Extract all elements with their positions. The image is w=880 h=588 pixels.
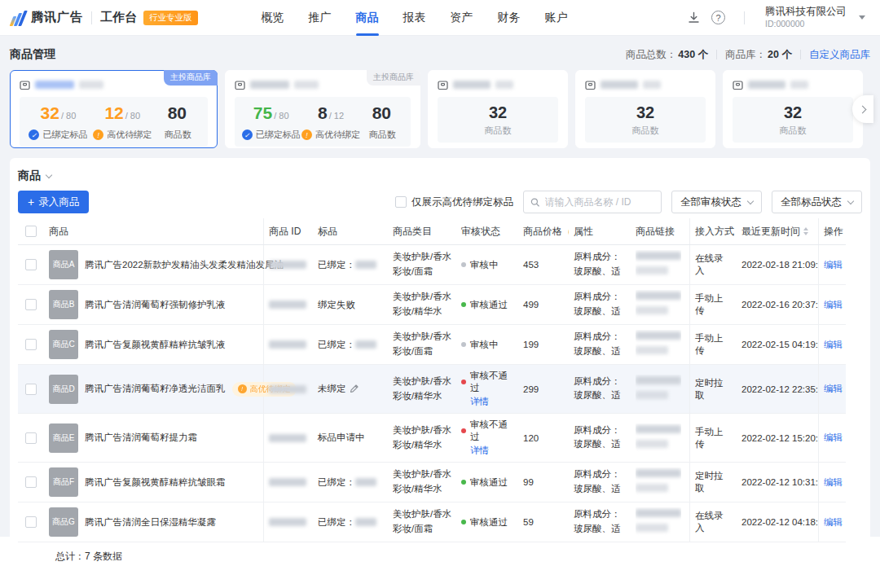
stat-hot: 8/ 12 !高优待绑定 [301,103,360,141]
nav-item-财务[interactable]: 财务 [498,0,521,36]
col-updated-time[interactable]: 最近更新时间 [737,218,818,244]
sku-bound: 已绑定： [318,476,376,489]
detail-link[interactable]: 详情 [470,445,489,455]
custom-library-link[interactable]: 自定义商品库 [809,48,870,62]
library-card-stats: 32/ 80 ✓已绑定标品 12/ 80 !高优待绑定 80 商品数 [20,97,208,147]
product-name: 腾讯广告清润葡萄籽强韧修护乳液 [85,299,226,311]
nav-item-账户[interactable]: 账户 [545,0,568,36]
thumbnail-label: 商品C [52,339,74,350]
library-card-header [438,78,558,91]
chevron-down-icon[interactable] [46,171,52,178]
sku-status-text: 标品申请中 [318,432,365,444]
sku-unbound: 未绑定 [318,383,359,395]
tencent-ads-logo-icon[interactable] [11,10,24,26]
sku-status-value: 全部标品状态 [781,195,842,209]
download-icon[interactable] [686,11,701,25]
account-name: 腾讯科技有限公司 [765,6,847,19]
table-row[interactable]: 商品D 腾讯广告清润葡萄籽净透光洁面乳 !高优待绑定 未绑定 美妆护肤/香水彩妆… [18,365,846,414]
product-price: 499 [523,300,539,309]
nav-item-商品[interactable]: 商品 [356,0,379,36]
product-price: 59 [523,517,534,527]
detail-link[interactable]: 详情 [470,397,489,406]
row-checkbox[interactable] [25,339,37,350]
row-checkbox[interactable] [25,384,37,395]
table-row[interactable]: 商品F 腾讯广告复颜视黄醇精粹抗皱眼霜 已绑定： 美妆护肤/香水彩妆/精华水 审… [18,463,846,502]
row-checkbox[interactable] [25,432,37,444]
product-link-redacted [636,375,681,404]
product-thumbnail: 商品B [49,290,78,319]
library-cards: 主投商品库 32/ 80 ✓已绑定标品 12/ 80 !高优待绑定 80 商品数… [10,70,870,148]
account-caret-icon[interactable] [859,15,865,20]
library-card-header [585,78,706,91]
library-cards-wrap: 主投商品库 32/ 80 ✓已绑定标品 12/ 80 !高优待绑定 80 商品数… [10,70,870,148]
row-checkbox[interactable] [25,259,37,270]
table-row[interactable]: 商品B 腾讯广告清润葡萄籽强韧修护乳液 绑定失败 美妆护肤/香水彩妆/精华水 审… [18,285,846,325]
sku-name-redacted [355,261,376,269]
thumbnail-label: 商品F [53,476,74,488]
search-input[interactable] [545,196,655,208]
product-link-redacted [636,330,681,359]
edit-link[interactable]: 编辑 [824,432,843,444]
help-icon[interactable]: ? [711,11,725,24]
brand-name[interactable]: 腾讯广告 [31,10,83,25]
audit-status-text: 审核通过 [470,476,508,489]
edit-link[interactable]: 编辑 [824,516,843,529]
row-checkbox[interactable] [25,476,37,488]
account-info[interactable]: 腾讯科技有限公司 ID:000000 [765,6,847,29]
nav-item-推广[interactable]: 推广 [309,0,332,36]
table-row[interactable]: 商品G 腾讯广告清润全日保湿精华凝露 已绑定： 美妆护肤/香水彩妆/面霜 审核通… [18,502,846,542]
library-card-stats: 32 商品数 [733,97,853,143]
main-nav: 概览推广商品报表资产财务账户 [262,0,568,36]
carousel-next-button[interactable] [852,95,873,123]
edit-link[interactable]: 编辑 [824,299,843,311]
stat-icon: ! [93,129,103,140]
product-id-redacted [269,518,306,526]
workspace-label[interactable]: 工作台 [100,10,137,25]
edit-link[interactable]: 编辑 [824,383,843,395]
edit-pencil-icon[interactable] [350,384,359,393]
edit-link[interactable]: 编辑 [824,476,843,489]
hot-only-filter[interactable]: 仅展示高优待绑定标品 [395,195,513,209]
product-price: 453 [523,260,539,270]
stat-label: 已绑定标品 [256,129,301,141]
product-name: 腾讯广告复颜视黄醇精粹抗皱乳液 [85,339,226,351]
top-navbar: 腾讯广告 工作台 行业专业版 概览推广商品报表资产财务账户 ? 腾讯科技有限公司… [0,0,880,36]
library-card[interactable]: 主投商品库 32/ 80 ✓已绑定标品 12/ 80 !高优待绑定 80 商品数 [10,70,218,148]
library-card[interactable]: 32 商品数 [723,70,863,148]
library-icon [733,80,743,90]
access-mode: 定时拉取 [695,377,732,402]
edit-link[interactable]: 编辑 [824,339,843,351]
product-name: 腾讯广告复颜视黄醇精粹抗皱眼霜 [85,476,226,489]
sku-status-select[interactable]: 全部标品状态 [772,191,862,213]
total-products-label: 商品总数： [626,48,677,62]
table-footer: 总计：7 条数据 [18,542,862,570]
row-checkbox[interactable] [25,299,37,310]
row-checkbox[interactable] [25,516,37,528]
product-name: 腾讯广告清润葡萄籽提力霜 [85,432,197,444]
edit-link[interactable]: 编辑 [824,259,843,271]
product-link-redacted [636,290,681,319]
library-card[interactable]: 32 商品数 [575,70,715,148]
add-product-button[interactable]: + 录入商品 [18,191,89,213]
table-row[interactable]: 商品A 腾讯广告2022新款护发精油头发柔发精油发尾油 已绑定： 美妆护肤/香水… [18,245,846,285]
table-row[interactable]: 商品E 腾讯广告清润葡萄籽提力霜 标品申请中 美妆护肤/香水彩妆/精华水 审核不… [18,414,846,463]
audit-status-select[interactable]: 全部审核状态 [671,191,762,213]
sort-icon[interactable] [803,227,808,235]
library-card[interactable]: 主投商品库 75/ 80 ✓已绑定标品 8/ 12 !高优待绑定 80 商品数 [225,70,420,148]
nav-item-概览[interactable]: 概览 [262,0,284,36]
select-all-checkbox[interactable] [25,226,37,237]
stat-value: 80 [372,103,391,122]
hot-only-checkbox[interactable] [395,196,407,208]
library-card[interactable]: 32 商品数 [428,70,568,148]
library-icon [20,80,30,90]
table-row[interactable]: 商品C 腾讯广告复颜视黄醇精粹抗皱乳液 已绑定： 美妆护肤/香水彩妆/面霜 审核… [18,325,846,365]
product-category: 美妆护肤/香水彩妆/精华水 [393,375,453,404]
updated-time: 2022-02-12 15:20:3 [741,433,818,443]
audit-detail-link-row: 详情 [470,396,513,408]
nav-item-资产[interactable]: 资产 [451,0,473,36]
product-category: 美妆护肤/香水彩妆/精华水 [393,290,453,319]
product-id-redacted [269,261,306,269]
product-search[interactable] [523,191,662,213]
nav-item-报表[interactable]: 报表 [403,0,426,36]
audit-status-dot [461,380,466,384]
